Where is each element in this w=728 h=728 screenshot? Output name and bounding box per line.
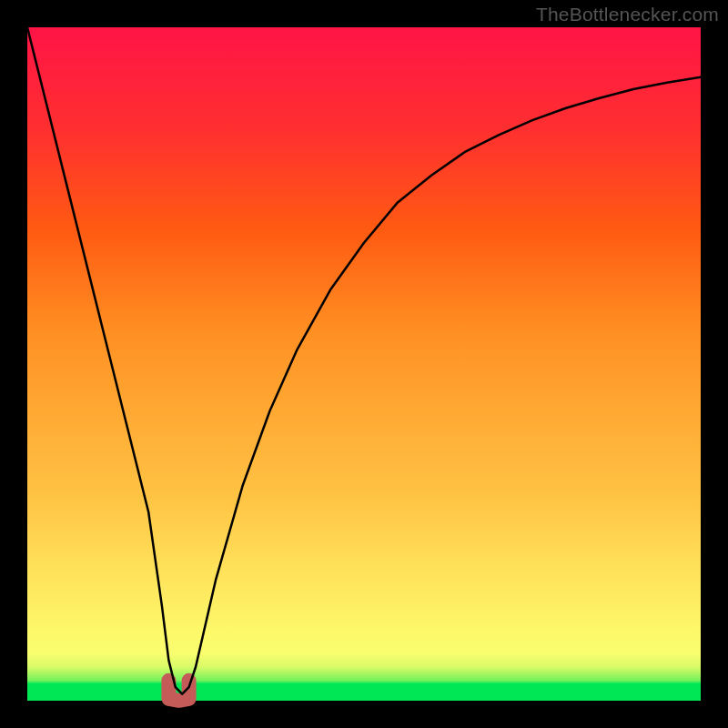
- watermark-text: TheBottlenecker.com: [536, 4, 719, 25]
- plot-area: [27, 27, 701, 701]
- chart-frame: TheBottlenecker.com: [0, 0, 728, 728]
- curve-layer: [27, 27, 701, 701]
- bottleneck-curve: [27, 27, 701, 694]
